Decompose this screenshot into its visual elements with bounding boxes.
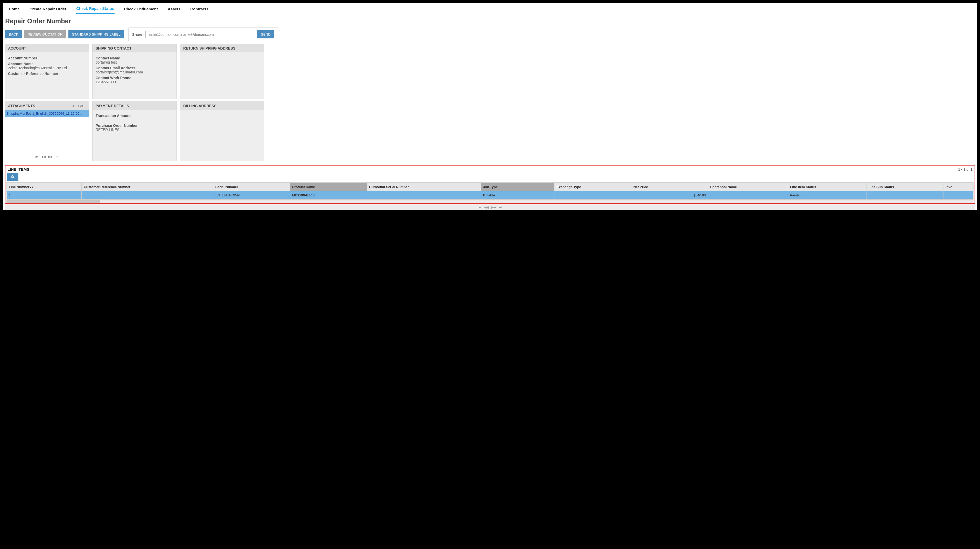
account-panel-header: ACCOUNT (5, 44, 89, 53)
billing-title: BILLING ADDRESS (183, 104, 216, 108)
line-items-table: Line Number▲▼ Customer Reference Number … (6, 183, 974, 199)
payment-header: PAYMENT DETAILS (92, 102, 177, 110)
line-items-header: LINE ITEMS 1 - 1 of 1 (6, 167, 974, 173)
attachments-panel: ATTACHMENTS 1 - 1 of 1 ShippingManifest1… (5, 101, 89, 161)
payment-title: PAYMENT DETAILS (95, 104, 129, 108)
contact-name-value: portalreg test (95, 60, 173, 64)
send-button[interactable]: SEND (258, 30, 274, 38)
line-items-count: 1 - 1 of 1 (958, 168, 972, 171)
tab-assets[interactable]: Assets (167, 5, 181, 14)
pager-last-icon[interactable]: ⏭ (56, 155, 59, 158)
app-frame: Home Create Repair Order Check Repair St… (3, 3, 977, 210)
shipping-contact-panel: SHIPPING CONTACT Contact Name portalreg … (92, 44, 177, 99)
account-name-value: Zebra Technologies Australia Pty Ltd (8, 66, 86, 70)
return-shipping-title: RETURN SHIPPING ADDRESS (183, 46, 235, 50)
line-items-table-wrap: Line Number▲▼ Customer Reference Number … (6, 182, 974, 199)
cell-product-name: MC9190-G30S... (290, 191, 367, 199)
svg-point-0 (11, 176, 13, 178)
cell-serial-number: SN_UNKNOWN (213, 191, 290, 199)
table-header-row: Line Number▲▼ Customer Reference Number … (7, 183, 974, 191)
billing-body (180, 110, 264, 161)
sort-icon: ▲▼ (29, 186, 33, 188)
contact-email-label: Contact Email Address (95, 66, 173, 70)
cell-outbound-serial (367, 191, 481, 199)
tab-home[interactable]: Home (8, 5, 20, 14)
return-shipping-body (180, 53, 264, 99)
share-box: Share SEND (128, 27, 278, 41)
billing-panel: BILLING ADDRESS (180, 101, 264, 161)
attachments-header: ATTACHMENTS 1 - 1 of 1 (5, 102, 89, 110)
cell-sparepool-name (708, 191, 788, 199)
cell-line-sub-status (866, 191, 943, 199)
action-row: BACK REVIEW QUOTATION STANDARD SHIPPING … (3, 27, 977, 43)
panel-row-1: ACCOUNT Account Number Account Name Zebr… (3, 43, 977, 101)
top-nav: Home Create Repair Order Check Repair St… (3, 3, 977, 14)
line-items-search-button[interactable] (7, 173, 18, 181)
col-sparepool-name[interactable]: Sparepool Name (708, 183, 788, 191)
account-number-label: Account Number (8, 56, 86, 60)
shipping-contact-title: SHIPPING CONTACT (95, 46, 131, 50)
col-job-type[interactable]: Job Type (481, 183, 554, 191)
cell-job-type: Billable (481, 191, 554, 199)
cell-line-number: 1 (7, 191, 82, 199)
return-shipping-panel: RETURN SHIPPING ADDRESS (180, 44, 264, 99)
account-panel-body: Account Number Account Name Zebra Techno… (5, 53, 89, 99)
attachments-title: ATTACHMENTS (8, 104, 35, 108)
line-items-section: LINE ITEMS 1 - 1 of 1 Line Number▲▼ Cust… (5, 165, 975, 204)
table-row[interactable]: 1 SN_UNKNOWN MC9190-G30S... Billable $84… (7, 191, 974, 199)
pager-prev-icon[interactable]: ◀◀ (41, 155, 46, 158)
cell-customer-ref (82, 191, 213, 199)
pager-first-icon[interactable]: ⏮ (35, 155, 38, 158)
page-title: Repair Order Number (3, 14, 977, 27)
cell-net-price: $840.80 (631, 191, 708, 199)
transaction-amount-label: Transaction Amount (95, 113, 173, 118)
attachment-item[interactable]: ShippingManifest1_English_30725594_11-10… (5, 110, 89, 117)
line-items-title: LINE ITEMS (8, 167, 29, 171)
return-shipping-header: RETURN SHIPPING ADDRESS (180, 44, 264, 53)
line-items-hscrollbar[interactable] (6, 199, 974, 203)
tab-create-repair-order[interactable]: Create Repair Order (29, 5, 67, 14)
pager-next-icon[interactable]: ▶▶ (48, 155, 53, 158)
col-line-number-label: Line Number (9, 185, 29, 189)
pager-first-icon[interactable]: ⏮ (479, 206, 482, 209)
col-line-number[interactable]: Line Number▲▼ (7, 183, 82, 191)
pager-last-icon[interactable]: ⏭ (499, 206, 502, 209)
review-quotation-button[interactable]: REVIEW QUOTATION (24, 30, 66, 38)
pager-prev-icon[interactable]: ◀◀ (484, 206, 489, 209)
tab-check-repair-status[interactable]: Check Repair Status (76, 5, 115, 14)
cell-line-item-status: Pending (788, 191, 867, 199)
shipping-contact-header: SHIPPING CONTACT (92, 44, 177, 53)
col-product-name[interactable]: Product Name (290, 183, 367, 191)
cell-invo (943, 191, 973, 199)
line-items-hscroll-thumb[interactable] (6, 200, 100, 203)
share-input[interactable] (145, 31, 254, 38)
account-panel: ACCOUNT Account Number Account Name Zebr… (5, 44, 89, 99)
col-line-item-status[interactable]: Line Item Status (788, 183, 867, 191)
panel-row-2: ATTACHMENTS 1 - 1 of 1 ShippingManifest1… (3, 101, 977, 162)
payment-body: Transaction Amount Purchase Order Number… (92, 110, 177, 161)
col-outbound-serial[interactable]: Outbound Serial Number (367, 183, 481, 191)
attachments-body (5, 117, 89, 153)
payment-panel: PAYMENT DETAILS Transaction Amount Purch… (92, 101, 177, 161)
tab-contracts[interactable]: Contracts (190, 5, 209, 14)
tab-check-entitlement[interactable]: Check Entitlement (123, 5, 158, 14)
attachments-count: 1 - 1 of 1 (73, 104, 86, 108)
back-button[interactable]: BACK (5, 30, 22, 38)
contact-phone-value: 1234567890 (95, 80, 173, 84)
contact-name-label: Contact Name (95, 56, 173, 60)
billing-header: BILLING ADDRESS (180, 102, 264, 110)
contact-email-value: portalregtest@mailinator.com (95, 70, 173, 74)
attachments-pager: ⏮ ◀◀ ▶▶ ⏭ (5, 153, 89, 160)
cell-exchange-type (554, 191, 631, 199)
col-invo[interactable]: Invo (943, 183, 973, 191)
col-exchange-type[interactable]: Exchange Type (554, 183, 631, 191)
col-customer-ref[interactable]: Customer Reference Number (82, 183, 213, 191)
customer-ref-label: Customer Reference Number (8, 72, 86, 76)
search-icon (11, 175, 15, 179)
standard-shipping-label-button[interactable]: STANDARD SHIPPING LABEL (68, 30, 124, 38)
contact-phone-label: Contact Work Phone (95, 76, 173, 80)
col-line-sub-status[interactable]: Line Sub Status (866, 183, 943, 191)
col-net-price[interactable]: Net Price (631, 183, 708, 191)
pager-next-icon[interactable]: ▶▶ (492, 206, 496, 209)
col-serial-number[interactable]: Serial Number (213, 183, 290, 191)
